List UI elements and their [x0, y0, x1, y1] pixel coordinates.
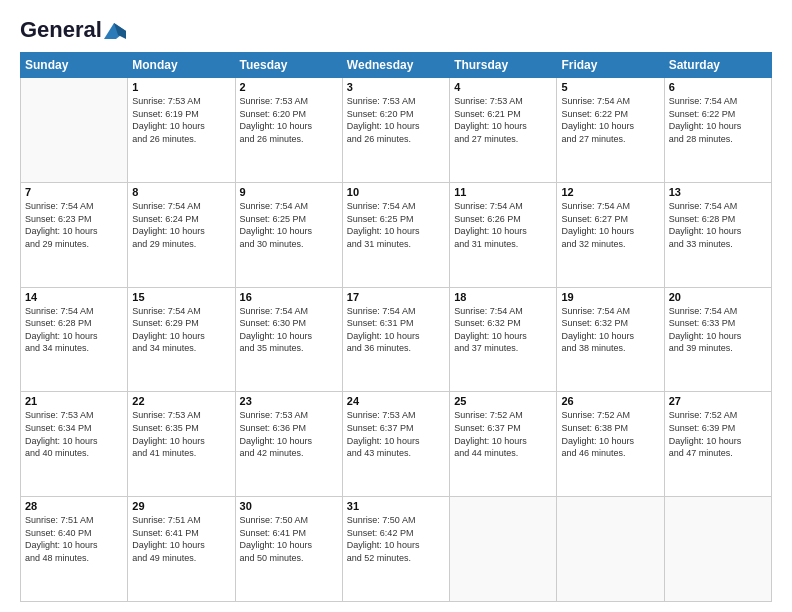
calendar-cell: 2Sunrise: 7:53 AM Sunset: 6:20 PM Daylig… — [235, 78, 342, 183]
day-number: 28 — [25, 500, 123, 512]
day-number: 20 — [669, 291, 767, 303]
calendar-cell: 29Sunrise: 7:51 AM Sunset: 6:41 PM Dayli… — [128, 497, 235, 602]
day-number: 12 — [561, 186, 659, 198]
calendar-cell: 27Sunrise: 7:52 AM Sunset: 6:39 PM Dayli… — [664, 392, 771, 497]
day-info: Sunrise: 7:53 AM Sunset: 6:20 PM Dayligh… — [240, 95, 338, 145]
page: General SundayMondayTuesdayWednesdayThur… — [0, 0, 792, 612]
day-number: 6 — [669, 81, 767, 93]
day-number: 29 — [132, 500, 230, 512]
calendar-cell: 3Sunrise: 7:53 AM Sunset: 6:20 PM Daylig… — [342, 78, 449, 183]
day-info: Sunrise: 7:54 AM Sunset: 6:22 PM Dayligh… — [669, 95, 767, 145]
calendar-cell: 25Sunrise: 7:52 AM Sunset: 6:37 PM Dayli… — [450, 392, 557, 497]
day-number: 19 — [561, 291, 659, 303]
day-number: 23 — [240, 395, 338, 407]
calendar-week-row: 7Sunrise: 7:54 AM Sunset: 6:23 PM Daylig… — [21, 182, 772, 287]
calendar-cell: 30Sunrise: 7:50 AM Sunset: 6:41 PM Dayli… — [235, 497, 342, 602]
day-number: 9 — [240, 186, 338, 198]
day-number: 2 — [240, 81, 338, 93]
calendar-cell: 1Sunrise: 7:53 AM Sunset: 6:19 PM Daylig… — [128, 78, 235, 183]
col-header-saturday: Saturday — [664, 53, 771, 78]
day-number: 27 — [669, 395, 767, 407]
day-number: 14 — [25, 291, 123, 303]
day-info: Sunrise: 7:54 AM Sunset: 6:25 PM Dayligh… — [347, 200, 445, 250]
col-header-tuesday: Tuesday — [235, 53, 342, 78]
day-info: Sunrise: 7:54 AM Sunset: 6:26 PM Dayligh… — [454, 200, 552, 250]
calendar-cell: 17Sunrise: 7:54 AM Sunset: 6:31 PM Dayli… — [342, 287, 449, 392]
calendar-cell: 8Sunrise: 7:54 AM Sunset: 6:24 PM Daylig… — [128, 182, 235, 287]
day-info: Sunrise: 7:51 AM Sunset: 6:40 PM Dayligh… — [25, 514, 123, 564]
day-number: 7 — [25, 186, 123, 198]
day-info: Sunrise: 7:54 AM Sunset: 6:25 PM Dayligh… — [240, 200, 338, 250]
day-info: Sunrise: 7:52 AM Sunset: 6:39 PM Dayligh… — [669, 409, 767, 459]
day-info: Sunrise: 7:54 AM Sunset: 6:33 PM Dayligh… — [669, 305, 767, 355]
calendar-cell: 14Sunrise: 7:54 AM Sunset: 6:28 PM Dayli… — [21, 287, 128, 392]
day-number: 24 — [347, 395, 445, 407]
day-info: Sunrise: 7:54 AM Sunset: 6:31 PM Dayligh… — [347, 305, 445, 355]
day-info: Sunrise: 7:54 AM Sunset: 6:23 PM Dayligh… — [25, 200, 123, 250]
logo: General — [20, 18, 126, 42]
day-number: 17 — [347, 291, 445, 303]
day-info: Sunrise: 7:54 AM Sunset: 6:22 PM Dayligh… — [561, 95, 659, 145]
calendar-cell: 10Sunrise: 7:54 AM Sunset: 6:25 PM Dayli… — [342, 182, 449, 287]
calendar-cell: 15Sunrise: 7:54 AM Sunset: 6:29 PM Dayli… — [128, 287, 235, 392]
calendar-week-row: 1Sunrise: 7:53 AM Sunset: 6:19 PM Daylig… — [21, 78, 772, 183]
day-number: 8 — [132, 186, 230, 198]
calendar-cell: 9Sunrise: 7:54 AM Sunset: 6:25 PM Daylig… — [235, 182, 342, 287]
calendar-header-row: SundayMondayTuesdayWednesdayThursdayFrid… — [21, 53, 772, 78]
calendar-cell: 16Sunrise: 7:54 AM Sunset: 6:30 PM Dayli… — [235, 287, 342, 392]
col-header-monday: Monday — [128, 53, 235, 78]
day-info: Sunrise: 7:54 AM Sunset: 6:27 PM Dayligh… — [561, 200, 659, 250]
day-number: 31 — [347, 500, 445, 512]
calendar-cell: 13Sunrise: 7:54 AM Sunset: 6:28 PM Dayli… — [664, 182, 771, 287]
calendar-cell: 20Sunrise: 7:54 AM Sunset: 6:33 PM Dayli… — [664, 287, 771, 392]
day-number: 15 — [132, 291, 230, 303]
logo-general: General — [20, 18, 126, 42]
calendar-cell — [557, 497, 664, 602]
day-number: 4 — [454, 81, 552, 93]
day-number: 25 — [454, 395, 552, 407]
calendar-cell — [664, 497, 771, 602]
calendar-table: SundayMondayTuesdayWednesdayThursdayFrid… — [20, 52, 772, 602]
calendar-cell: 23Sunrise: 7:53 AM Sunset: 6:36 PM Dayli… — [235, 392, 342, 497]
day-number: 11 — [454, 186, 552, 198]
calendar-cell — [21, 78, 128, 183]
day-info: Sunrise: 7:54 AM Sunset: 6:28 PM Dayligh… — [25, 305, 123, 355]
day-info: Sunrise: 7:53 AM Sunset: 6:36 PM Dayligh… — [240, 409, 338, 459]
calendar-cell: 7Sunrise: 7:54 AM Sunset: 6:23 PM Daylig… — [21, 182, 128, 287]
day-info: Sunrise: 7:53 AM Sunset: 6:37 PM Dayligh… — [347, 409, 445, 459]
day-info: Sunrise: 7:54 AM Sunset: 6:29 PM Dayligh… — [132, 305, 230, 355]
header: General — [20, 18, 772, 42]
day-number: 22 — [132, 395, 230, 407]
calendar-cell: 18Sunrise: 7:54 AM Sunset: 6:32 PM Dayli… — [450, 287, 557, 392]
col-header-sunday: Sunday — [21, 53, 128, 78]
day-info: Sunrise: 7:53 AM Sunset: 6:35 PM Dayligh… — [132, 409, 230, 459]
calendar-cell: 11Sunrise: 7:54 AM Sunset: 6:26 PM Dayli… — [450, 182, 557, 287]
calendar-week-row: 28Sunrise: 7:51 AM Sunset: 6:40 PM Dayli… — [21, 497, 772, 602]
day-number: 13 — [669, 186, 767, 198]
calendar-cell: 4Sunrise: 7:53 AM Sunset: 6:21 PM Daylig… — [450, 78, 557, 183]
day-info: Sunrise: 7:54 AM Sunset: 6:28 PM Dayligh… — [669, 200, 767, 250]
day-number: 21 — [25, 395, 123, 407]
col-header-friday: Friday — [557, 53, 664, 78]
day-info: Sunrise: 7:54 AM Sunset: 6:30 PM Dayligh… — [240, 305, 338, 355]
day-info: Sunrise: 7:52 AM Sunset: 6:37 PM Dayligh… — [454, 409, 552, 459]
day-number: 10 — [347, 186, 445, 198]
day-info: Sunrise: 7:51 AM Sunset: 6:41 PM Dayligh… — [132, 514, 230, 564]
calendar-cell — [450, 497, 557, 602]
day-info: Sunrise: 7:53 AM Sunset: 6:21 PM Dayligh… — [454, 95, 552, 145]
day-info: Sunrise: 7:54 AM Sunset: 6:32 PM Dayligh… — [454, 305, 552, 355]
calendar-cell: 21Sunrise: 7:53 AM Sunset: 6:34 PM Dayli… — [21, 392, 128, 497]
calendar-week-row: 21Sunrise: 7:53 AM Sunset: 6:34 PM Dayli… — [21, 392, 772, 497]
calendar-cell: 28Sunrise: 7:51 AM Sunset: 6:40 PM Dayli… — [21, 497, 128, 602]
calendar-cell: 6Sunrise: 7:54 AM Sunset: 6:22 PM Daylig… — [664, 78, 771, 183]
logo-bird-icon — [104, 23, 126, 39]
day-number: 30 — [240, 500, 338, 512]
day-number: 18 — [454, 291, 552, 303]
calendar-cell: 26Sunrise: 7:52 AM Sunset: 6:38 PM Dayli… — [557, 392, 664, 497]
day-number: 26 — [561, 395, 659, 407]
calendar-cell: 31Sunrise: 7:50 AM Sunset: 6:42 PM Dayli… — [342, 497, 449, 602]
day-info: Sunrise: 7:53 AM Sunset: 6:20 PM Dayligh… — [347, 95, 445, 145]
day-info: Sunrise: 7:52 AM Sunset: 6:38 PM Dayligh… — [561, 409, 659, 459]
calendar-cell: 19Sunrise: 7:54 AM Sunset: 6:32 PM Dayli… — [557, 287, 664, 392]
day-number: 1 — [132, 81, 230, 93]
